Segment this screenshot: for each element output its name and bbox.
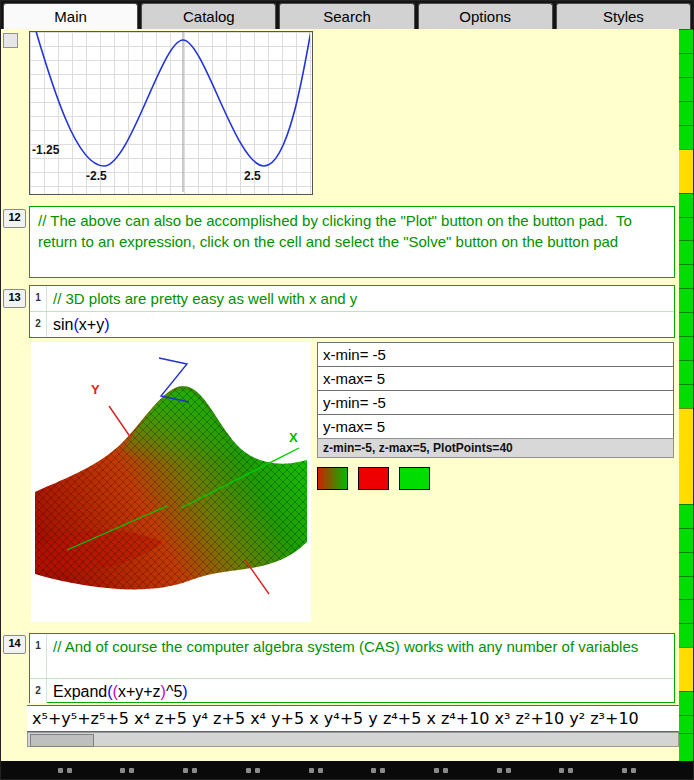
row-number[interactable]: 2: [30, 679, 47, 703]
comment-row[interactable]: 1 // And of course the computer algebra …: [30, 634, 674, 679]
result-line: x⁵+y⁵+z⁵+5 x⁴ z+5 y⁴ z+5 x⁴ y+5 x y⁴+5 y…: [27, 705, 679, 732]
row-number[interactable]: 2: [30, 312, 47, 337]
cell-indicator-segment[interactable]: [679, 288, 693, 312]
plot-2d[interactable]: -1.25 -2.5 2.5: [29, 31, 313, 195]
cell-indicator-segment[interactable]: [679, 240, 693, 264]
cell-indicator-segment[interactable]: [679, 101, 693, 125]
tab-search[interactable]: Search: [279, 3, 414, 29]
plot-config-bar[interactable]: z-min=-5, z-max=5, PlotPoints=40: [317, 438, 674, 458]
tab-bar: Main Catalog Search Options Styles: [1, 1, 693, 29]
paren-token: ): [104, 316, 109, 333]
cell-indicator-segment[interactable]: [679, 336, 693, 360]
input-row[interactable]: 2 sin(x+y): [30, 312, 674, 337]
bottom-bar-mark: [371, 768, 385, 773]
h-scrollbar[interactable]: [27, 732, 679, 747]
bottom-bar-mark: [434, 768, 448, 773]
cell-indicator-segment[interactable]: [679, 360, 693, 384]
param-field-xmax[interactable]: x-max= 5: [317, 366, 674, 391]
cell-14: 1 // And of course the computer algebra …: [29, 633, 675, 703]
cell-indicator-segment[interactable]: [679, 408, 693, 504]
expr-token: x+y: [79, 316, 104, 333]
y-tick-label: -1.25: [32, 143, 60, 157]
row-number[interactable]: 1: [30, 286, 47, 311]
expression: sin(x+y): [47, 312, 674, 337]
y-axis-line: [109, 406, 131, 438]
color-swatches: [317, 467, 674, 490]
cell-indicator-segment[interactable]: [679, 647, 693, 691]
param-field-xmin[interactable]: x-min= -5: [317, 342, 674, 367]
cell-indicator-segment[interactable]: [679, 125, 693, 149]
cell-indicator-segment[interactable]: [679, 264, 693, 288]
cell-number-14[interactable]: 14: [3, 635, 26, 654]
expression: Expand((x+y+z)^5): [47, 679, 674, 703]
cell-indicator-segment[interactable]: [679, 149, 693, 193]
cell-indicator-segment[interactable]: [679, 53, 693, 77]
cell-indicator-segment[interactable]: [679, 552, 693, 576]
expr-token: sin: [53, 316, 73, 333]
comment-row[interactable]: 1 // 3D plots are pretty easy as well wi…: [30, 286, 674, 312]
expr-token: x+y+z: [118, 683, 161, 700]
cell-indicator-segment[interactable]: [679, 599, 693, 623]
scroll-widget[interactable]: [3, 33, 18, 48]
bottom-bar-mark: [246, 768, 260, 773]
surface-mesh: [35, 386, 307, 589]
bottom-bar: [1, 761, 693, 779]
input-row[interactable]: 2 Expand((x+y+z)^5): [30, 679, 674, 703]
cell-number-12[interactable]: 12: [3, 209, 26, 228]
paren-token: ): [182, 683, 187, 700]
cell-indicator-segment[interactable]: [679, 77, 693, 101]
plot-3d[interactable]: X Y: [31, 342, 311, 622]
comment-text: // 3D plots are pretty easy as well with…: [47, 286, 674, 311]
cell-indicator-segment[interactable]: [679, 312, 693, 336]
cell-indicator-segment[interactable]: [679, 691, 693, 715]
cell-indicator-segment[interactable]: [679, 528, 693, 552]
bottom-bar-mark: [309, 768, 323, 773]
bottom-bar-mark: [120, 768, 134, 773]
expr-token: ^5: [166, 683, 182, 700]
param-field-ymin[interactable]: y-min= -5: [317, 390, 674, 415]
bottom-bar-mark: [622, 768, 636, 773]
comment-text: // And of course the computer algebra sy…: [47, 634, 674, 678]
bottom-bar-mark: [559, 768, 573, 773]
cell-number-13[interactable]: 13: [3, 289, 26, 308]
session-area: 12 13 14 -1.25 -2.5 2.5 // The above can…: [1, 29, 679, 761]
tab-styles[interactable]: Styles: [556, 3, 691, 29]
cell-indicator-segment[interactable]: [679, 715, 693, 733]
tab-catalog[interactable]: Catalog: [141, 3, 276, 29]
comment-text[interactable]: // The above can also be accomplished by…: [38, 210, 666, 252]
bottom-bar-mark: [497, 768, 511, 773]
cell-indicator-segment[interactable]: [679, 504, 693, 528]
x-axis-label: X: [289, 430, 298, 445]
swatch-green[interactable]: [399, 467, 430, 490]
right-color-strip[interactable]: [679, 29, 693, 761]
x-tick-label-right: 2.5: [244, 169, 261, 183]
x-tick-label-left: -2.5: [86, 169, 107, 183]
cell-indicator-segment[interactable]: [679, 733, 693, 761]
row-number[interactable]: 1: [30, 634, 47, 678]
tab-options[interactable]: Options: [418, 3, 553, 29]
swatch-gradient[interactable]: [317, 467, 348, 490]
cell-indicator-segment[interactable]: [679, 217, 693, 241]
bottom-bar-mark: [183, 768, 197, 773]
bottom-bar-mark: [58, 768, 72, 773]
cell-12[interactable]: // The above can also be accomplished by…: [29, 206, 675, 278]
tab-main[interactable]: Main: [3, 3, 138, 29]
expr-token: Expand: [53, 683, 107, 700]
param-field-ymax[interactable]: y-max= 5: [317, 414, 674, 439]
h-scrollbar-thumb[interactable]: [30, 734, 94, 747]
cell-13: 1 // 3D plots are pretty easy as well wi…: [29, 285, 675, 338]
y-axis-label: Y: [91, 382, 100, 397]
cell-indicator-segment[interactable]: [679, 193, 693, 217]
xcas-window: Main Catalog Search Options Styles 12 13…: [0, 0, 694, 780]
curve-2d: [30, 32, 310, 166]
cell-indicator-segment[interactable]: [679, 623, 693, 647]
plot3d-params: x-min= -5 x-max= 5 y-min= -5 y-max= 5 z-…: [317, 342, 674, 490]
cell-indicator-segment[interactable]: [679, 384, 693, 408]
cell-indicator-segment[interactable]: [679, 576, 693, 600]
cell-indicator-segment[interactable]: [679, 29, 693, 53]
swatch-red[interactable]: [358, 467, 389, 490]
